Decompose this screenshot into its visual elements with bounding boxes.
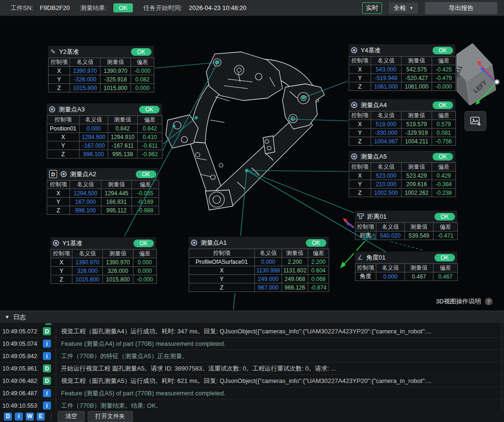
control-item-cell: Y <box>349 180 371 189</box>
nominal-cell: 1004.967 <box>371 137 402 146</box>
nominal-cell: 1015.800 <box>70 84 101 92</box>
measured-cell: -167.611 <box>108 141 138 150</box>
column-header: 偏差 <box>138 116 162 124</box>
table-row: Z996.100995.112-0.988 <box>47 206 159 215</box>
measurement-table: 控制项名义值测量值偏差Position010.0000.8420.842X129… <box>47 115 162 159</box>
nominal-cell: -326.000 <box>70 75 101 84</box>
measurement-panel-a3[interactable]: 测量点A3OK控制项名义值测量值偏差Position010.0000.8420.… <box>46 103 162 159</box>
panel-title: 测量点A3 <box>59 105 85 114</box>
table-row: Z1061.0001061.000-0.000 <box>349 82 456 91</box>
measurement-panel-a2[interactable]: D测量点A2OK控制项名义值测量值偏差X1294.5001294.445-0.0… <box>46 168 159 215</box>
log-list[interactable]: 10:49:05.072D视觉工程（圆孔测量A4）运行成功。耗时: 347 ms… <box>0 323 504 411</box>
column-header: 控制项 <box>47 116 80 124</box>
panel-header: 测量点A4OK <box>349 99 455 111</box>
target-icon <box>191 240 197 246</box>
nominal-cell: 1130.998 <box>255 266 282 275</box>
log-timestamp: 10:49:06.487 <box>0 390 38 397</box>
measurement-panel-dist[interactable]: 距离01OK控制项名义值测量值偏差距离540.020539.549-0.471 <box>354 210 458 241</box>
column-header: 控制项 <box>349 111 371 120</box>
log-row: 10:49:05.861D开始运行视觉工程 圆孔测量A5。请求 ID: 3890… <box>0 362 504 375</box>
nominal-cell: 210.000 <box>371 180 402 189</box>
table-row: Y210.000209.616-0.384 <box>349 180 456 189</box>
control-item-cell: Y <box>47 198 70 206</box>
measurement-panel-a5[interactable]: 测量点A5OK控制项名义值测量值偏差X523.000523.4290.429Y2… <box>348 150 456 198</box>
table-row: Y-330.000-329.9190.081 <box>349 129 456 137</box>
deviation-cell: 0.082 <box>131 75 154 84</box>
measurement-panel-a1[interactable]: 测量点A1OK控制项名义值测量值偏差ProfileOfASurface010.0… <box>188 236 329 292</box>
target-icon <box>351 102 357 108</box>
measured-cell: 1002.262 <box>402 189 432 197</box>
column-header: 测量值 <box>405 264 433 272</box>
control-item-cell: Z <box>51 275 72 284</box>
log-level-badge: i <box>43 340 51 348</box>
column-header: 偏差 <box>131 58 154 67</box>
nominal-cell: 1002.500 <box>371 189 402 197</box>
log-filter-i[interactable]: i <box>15 412 23 421</box>
measurement-table: 控制项名义值测量值偏差ProfileOfASurface010.0002.200… <box>189 249 329 292</box>
deviation-cell: -0.611 <box>138 141 162 150</box>
log-partial-row <box>45 323 51 325</box>
open-folder-button[interactable]: 打开文件夹 <box>88 411 133 422</box>
measurement-panel-y4[interactable]: Y4基准OK控制项名义值测量值偏差X543.000542.575-0.425Y-… <box>348 44 456 91</box>
measured-cell: 166.831 <box>101 198 132 206</box>
deviation-cell: -0.169 <box>132 198 159 206</box>
column-header: 名义值 <box>70 181 101 189</box>
log-row: 10:49:06.487iFeature (测量点A5) of part (77… <box>0 387 504 400</box>
deviation-cell: 0.000 <box>131 84 154 92</box>
log-level-cell: i <box>38 387 56 399</box>
nominal-cell: -167.000 <box>80 141 108 150</box>
column-header: 控制项 <box>51 250 72 258</box>
nominal-cell: 519.000 <box>371 120 402 129</box>
table-row: Z967.000966.126-0.874 <box>189 283 329 292</box>
table-row: Z1015.8001015.800-0.000 <box>51 275 157 284</box>
measurement-table: 控制项名义值测量值偏差X1390.9701390.970-0.000Y-326.… <box>48 58 154 92</box>
collapse-triangle-icon[interactable]: ▼ <box>5 314 10 320</box>
log-filter-w[interactable]: W <box>26 412 34 421</box>
log-message: 开始运行视觉工程 圆孔测量A5。请求 ID: 38907583。流重试次数: 0… <box>56 364 504 373</box>
status-badge: OK <box>433 101 453 109</box>
log-row: 10:49:06.482D视觉工程（圆孔测量A5）运行成功。耗时: 621 ms… <box>0 375 504 387</box>
measured-cell: -325.918 <box>101 75 131 84</box>
column-header: 控制项 <box>49 58 70 67</box>
measurement-panel-a4[interactable]: 测量点A4OK控制项名义值测量值偏差X519.000519.5790.579Y-… <box>348 99 456 146</box>
panel-title: 测量点A5 <box>361 152 387 161</box>
log-header[interactable]: ▼ 日志 <box>0 311 504 323</box>
snapshot-button[interactable] <box>464 111 486 131</box>
column-header: 测量值 <box>282 249 308 258</box>
status-badge: OK <box>434 254 455 261</box>
nominal-cell: 996.100 <box>70 206 101 215</box>
log-level-badge: D <box>43 364 51 372</box>
log-title: 日志 <box>13 313 26 322</box>
column-header: 偏差 <box>132 181 159 189</box>
measurement-panel-y1[interactable]: Y1基准OK控制项名义值测量值偏差X1390.9701390.9700.000Y… <box>50 237 157 284</box>
column-header: 测量值 <box>402 111 432 120</box>
log-scrollbar[interactable] <box>501 323 504 411</box>
measurement-panel-angle[interactable]: ∠角度01OK控制项名义值测量值偏差角度0.0000.4670.467 <box>354 251 458 281</box>
measured-cell: -520.427 <box>402 74 432 82</box>
measurement-table: 控制项名义值测量值偏差距离540.020539.549-0.471 <box>355 222 458 240</box>
clear-log-button[interactable]: 清空 <box>58 411 85 422</box>
panel-header: Y1基准OK <box>50 237 156 249</box>
deviation-cell: -0.000 <box>432 82 456 91</box>
deviation-cell: 0.410 <box>138 133 162 141</box>
measured-cell: 249.068 <box>282 275 308 283</box>
log-filter-d[interactable]: D <box>4 412 12 421</box>
log-message: Feature (测量点A5) of part (770B) measureme… <box>56 389 504 398</box>
column-header: 名义值 <box>80 116 108 124</box>
measurement-table: 控制项名义值测量值偏差X1390.9701390.9700.000Y326.00… <box>50 249 157 284</box>
table-row: Y-167.000-167.611-0.611 <box>47 141 162 150</box>
status-badge: OK <box>434 213 455 221</box>
panel-header: ∠角度01OK <box>355 251 457 263</box>
table-row: X543.000542.575-0.425 <box>349 65 456 74</box>
deviation-cell: 0.579 <box>432 120 456 129</box>
help-question-icon[interactable]: ? <box>485 298 493 305</box>
measurement-panel-y2[interactable]: ✎Y2基准OK控制项名义值测量值偏差X1390.9701390.970-0.00… <box>48 45 154 93</box>
control-item-cell: X <box>47 133 80 141</box>
log-toolbar: DiWE 清空 打开文件夹 <box>0 411 504 422</box>
status-badge: OK <box>139 106 160 113</box>
log-filter-e[interactable]: E <box>37 412 45 421</box>
log-timestamp: 10:49:05.074 <box>0 341 38 347</box>
table-row: 距离540.020539.549-0.471 <box>355 231 458 240</box>
measured-cell: 0.467 <box>405 272 433 281</box>
log-level-cell: i <box>38 338 56 350</box>
